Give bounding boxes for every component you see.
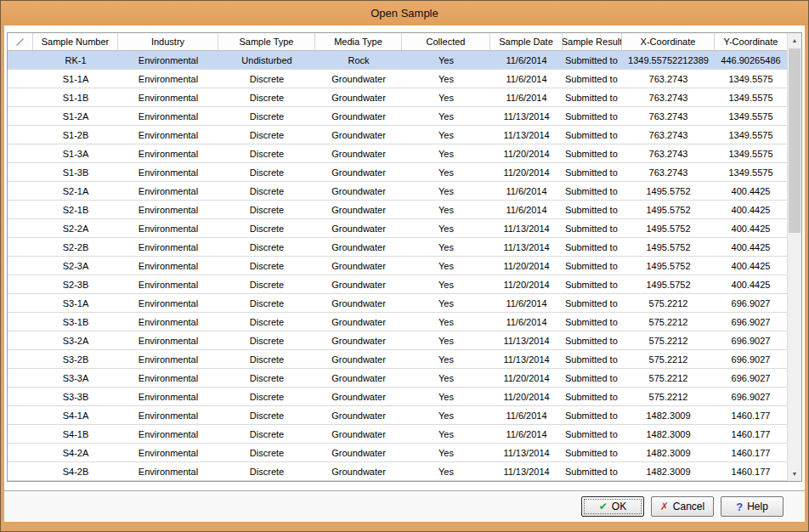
row-selector-cell[interactable] <box>8 406 33 424</box>
scroll-up-icon[interactable]: ▲ <box>788 33 801 48</box>
row-selector-cell[interactable] <box>8 331 33 349</box>
scrollbar-thumb[interactable] <box>789 48 801 233</box>
row-selector-cell[interactable] <box>8 369 33 387</box>
table-row[interactable]: S1-3BEnvironmentalDiscreteGroundwaterYes… <box>8 163 787 182</box>
scroll-down-icon[interactable]: ▼ <box>788 467 801 481</box>
cell: Submitted to <box>563 294 622 312</box>
column-header-sample-type[interactable]: Sample Type <box>218 33 315 50</box>
table-row[interactable]: S1-1BEnvironmentalDiscreteGroundwaterYes… <box>8 88 787 107</box>
cell: 696.9027 <box>715 388 787 405</box>
cell: Yes <box>402 51 490 69</box>
column-header-y-coordinate[interactable]: Y-Coordinate <box>715 33 787 50</box>
vertical-scrollbar[interactable]: ▲ ▼ <box>787 33 801 481</box>
cell: 1349.5575 <box>715 70 787 88</box>
column-header-sample-number[interactable]: Sample Number <box>33 33 118 50</box>
ok-button[interactable]: ✔ OK <box>581 496 644 517</box>
cell: 11/6/2014 <box>490 201 563 218</box>
row-selector-cell[interactable] <box>8 144 33 162</box>
cell: S3-3B <box>33 388 118 405</box>
cell: Submitted to <box>563 70 622 88</box>
row-selector-cell[interactable] <box>8 257 33 274</box>
cell: Discrete <box>218 369 315 387</box>
titlebar[interactable]: Open Sample <box>1 1 808 25</box>
cell: Yes <box>402 107 490 125</box>
table-row[interactable]: S2-2BEnvironmentalDiscreteGroundwaterYes… <box>8 238 787 257</box>
cell: 1495.5752 <box>622 201 715 218</box>
cell: Environmental <box>118 462 218 480</box>
cell: Submitted to <box>563 201 622 218</box>
row-selector-cell[interactable] <box>8 51 33 69</box>
table-row[interactable]: S3-3AEnvironmentalDiscreteGroundwaterYes… <box>8 369 787 388</box>
table-row[interactable]: S4-2BEnvironmentalDiscreteGroundwaterYes… <box>8 462 787 481</box>
table-row[interactable]: S2-3BEnvironmentalDiscreteGroundwaterYes… <box>8 275 787 294</box>
cell: Discrete <box>218 331 315 349</box>
table-row[interactable]: S3-2AEnvironmentalDiscreteGroundwaterYes… <box>8 331 787 350</box>
cancel-button[interactable]: ✗ Cancel <box>651 496 714 517</box>
table-row[interactable]: RK-1EnvironmentalUndisturbedRockYes11/6/… <box>8 51 787 70</box>
row-selector-cell[interactable] <box>8 425 33 443</box>
row-selector-cell[interactable] <box>8 350 33 368</box>
row-selector-cell[interactable] <box>8 107 33 125</box>
cell: 763.2743 <box>622 107 715 125</box>
cell: Groundwater <box>315 294 402 312</box>
row-selector-cell[interactable] <box>8 182 33 200</box>
table-row[interactable]: S1-2AEnvironmentalDiscreteGroundwaterYes… <box>8 107 787 126</box>
help-button[interactable]: ? Help <box>721 496 784 517</box>
cell: Environmental <box>118 88 218 106</box>
row-selector-cell[interactable] <box>8 201 33 218</box>
column-header-sample-date[interactable]: Sample Date <box>490 33 563 50</box>
cell: Environmental <box>118 182 218 200</box>
cell: 763.2743 <box>622 126 715 144</box>
row-selector-cell[interactable] <box>8 462 33 480</box>
row-selector-cell[interactable] <box>8 163 33 181</box>
table-row[interactable]: S2-2AEnvironmentalDiscreteGroundwaterYes… <box>8 219 787 238</box>
cell: Submitted to <box>563 238 622 256</box>
cell: S3-2A <box>33 331 118 349</box>
cell: 11/6/2014 <box>490 294 563 312</box>
row-selector-cell[interactable] <box>8 126 33 144</box>
column-header-x-coordinate[interactable]: X-Coordinate <box>622 33 715 50</box>
table-row[interactable]: S1-2BEnvironmentalDiscreteGroundwaterYes… <box>8 126 787 144</box>
column-header-media-type[interactable]: Media Type <box>315 33 402 50</box>
table-row[interactable]: S4-1BEnvironmentalDiscreteGroundwaterYes… <box>8 425 787 444</box>
cell: Discrete <box>218 182 315 200</box>
row-selector-header-cell[interactable] <box>8 33 33 50</box>
table-row[interactable]: S3-2BEnvironmentalDiscreteGroundwaterYes… <box>8 350 787 369</box>
table-row[interactable]: S2-1AEnvironmentalDiscreteGroundwaterYes… <box>8 182 787 201</box>
cell: Yes <box>402 444 490 461</box>
row-selector-cell[interactable] <box>8 275 33 293</box>
row-selector-cell[interactable] <box>8 238 33 256</box>
row-selector-cell[interactable] <box>8 294 33 312</box>
row-selector-cell[interactable] <box>8 70 33 88</box>
row-selector-cell[interactable] <box>8 444 33 461</box>
table-row[interactable]: S4-1AEnvironmentalDiscreteGroundwaterYes… <box>8 406 787 425</box>
column-header-sample-result[interactable]: Sample Result <box>563 33 622 50</box>
row-selector-cell[interactable] <box>8 88 33 106</box>
cell: 400.4425 <box>715 257 787 274</box>
cell: Yes <box>402 294 490 312</box>
row-selector-cell[interactable] <box>8 313 33 331</box>
row-selector-cell[interactable] <box>8 219 33 237</box>
cell: Discrete <box>218 201 315 218</box>
sample-grid: Sample NumberIndustrySample TypeMedia Ty… <box>7 32 802 482</box>
row-selector-cell[interactable] <box>8 388 33 405</box>
cell: S4-1B <box>33 425 118 443</box>
cell: Groundwater <box>315 88 402 106</box>
cell: Yes <box>402 201 490 218</box>
cell: 763.2743 <box>622 88 715 106</box>
column-header-industry[interactable]: Industry <box>118 33 218 50</box>
cell: 11/13/2014 <box>490 219 563 237</box>
table-row[interactable]: S3-1AEnvironmentalDiscreteGroundwaterYes… <box>8 294 787 313</box>
table-row[interactable]: S3-1BEnvironmentalDiscreteGroundwaterYes… <box>8 313 787 331</box>
cell: 11/20/2014 <box>490 144 563 162</box>
table-row[interactable]: S2-1BEnvironmentalDiscreteGroundwaterYes… <box>8 201 787 219</box>
scrollbar-track[interactable] <box>788 48 801 467</box>
table-row[interactable]: S4-2AEnvironmentalDiscreteGroundwaterYes… <box>8 444 787 462</box>
cell: Submitted to <box>563 88 622 106</box>
column-header-collected[interactable]: Collected <box>402 33 490 50</box>
table-row[interactable]: S3-3BEnvironmentalDiscreteGroundwaterYes… <box>8 388 787 406</box>
table-row[interactable]: S1-1AEnvironmentalDiscreteGroundwaterYes… <box>8 70 787 88</box>
table-row[interactable]: S1-3AEnvironmentalDiscreteGroundwaterYes… <box>8 144 787 163</box>
grid-body: RK-1EnvironmentalUndisturbedRockYes11/6/… <box>8 51 787 481</box>
table-row[interactable]: S2-3AEnvironmentalDiscreteGroundwaterYes… <box>8 257 787 275</box>
